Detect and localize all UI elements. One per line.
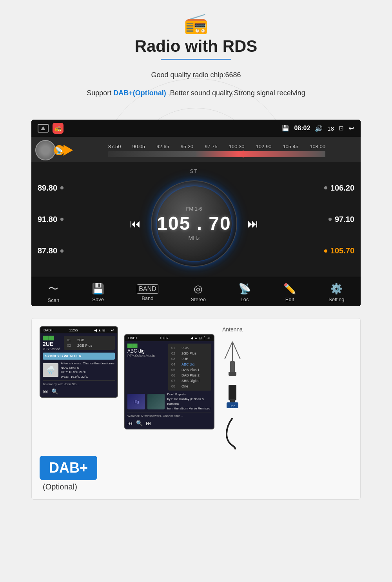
band-icon: BAND: [137, 284, 158, 294]
svg-line-0: [225, 342, 232, 359]
radio-arrow: [64, 145, 73, 156]
freq-dot-right-3: [324, 249, 327, 253]
phone1-channel-1: 01 2GB: [65, 337, 113, 343]
toolbar-edit[interactable]: ✏️ Edit: [283, 283, 296, 302]
phone2-next[interactable]: ⏭: [146, 420, 151, 426]
phone2-ch-4: 04ABC dig: [170, 362, 210, 367]
freq-dot-right-1: [324, 186, 327, 189]
phone2-weather: Weather: A few showers. Chance thun...: [127, 413, 211, 418]
save-label: Save: [92, 296, 104, 302]
antenna-label: Antenna: [222, 326, 243, 333]
phone2-search[interactable]: 🔍: [136, 420, 143, 426]
phone-screen-1: DAB+ 11:55 ◀ ▲ ⊟ ⋮ ↩ ████ 2UE PTY:Varied: [40, 326, 118, 398]
radio-icon: 📻: [184, 12, 208, 35]
loc-label: Loc: [240, 296, 249, 302]
prev-button[interactable]: ⏮: [130, 217, 141, 230]
toolbar-band[interactable]: BAND Band: [137, 284, 158, 301]
freq-val-right-3: 105.70: [330, 246, 354, 255]
svg-rect-5: [229, 385, 236, 400]
phone2-icons: ◀ ▲ ⊟ ⋮ ↩: [191, 336, 211, 340]
freq-dot-left-3: [60, 249, 64, 253]
home-icon: [41, 126, 45, 130]
album-thumb-1: dfg: [127, 394, 145, 409]
freq-label-8: 105.45: [283, 144, 298, 149]
radio-screen: 📻 💾 08:02 🔊 18 ⊡ ↩ 📡 87.50: [31, 120, 361, 306]
antenna-svg: [221, 340, 244, 379]
stereo-label: Stereo: [191, 296, 206, 302]
dab-badge: DAB+: [40, 456, 97, 480]
status-right: 💾 08:02 🔊 18 ⊡ ↩: [282, 124, 354, 133]
subtitle-highlight: DAB+(Optional): [113, 89, 166, 97]
phone1-header-label: DAB+: [44, 328, 53, 332]
toolbar-scan[interactable]: 〜 Scan: [48, 282, 60, 303]
freq-item-right-3[interactable]: 105.70: [300, 246, 354, 255]
freq-dot-left-1: [60, 186, 64, 189]
phone2-ch-7: 07SBS Digital: [170, 378, 210, 384]
scan-label: Scan: [48, 297, 60, 303]
phone1-search[interactable]: 🔍: [51, 388, 58, 395]
phone1-prev[interactable]: ⏮: [43, 388, 48, 395]
phone1-channel-2: 02 2GB Plus: [65, 343, 113, 348]
freq-label-5: 97.75: [205, 144, 218, 149]
freq-labels: 87.50 90.05 92.65 95.20 97.75 100.30 102…: [77, 144, 357, 149]
phone2-pty: PTY:OthersMusic: [127, 354, 155, 358]
freq-label-4: 95.20: [181, 144, 194, 149]
next-button[interactable]: ⏭: [247, 217, 258, 230]
svg-text:USB: USB: [230, 405, 236, 407]
freq-item-left-1[interactable]: 89.80: [38, 184, 88, 193]
volume-num: 18: [327, 125, 334, 132]
radio-app-icon[interactable]: 📻: [53, 123, 64, 134]
phone1-channel-list: 01 2GB 02 2GB Plus: [64, 336, 115, 350]
phone1-controls: ⏮ 🔍: [43, 388, 115, 395]
freq-item-right-2[interactable]: 97.10: [300, 215, 354, 224]
phone2-ch-5: 05DAB Plus 1: [170, 367, 210, 373]
toolbar-setting[interactable]: ⚙️ Setting: [328, 283, 344, 302]
signal-icon: 📡: [54, 145, 64, 155]
freq-item-left-2[interactable]: 91.80: [38, 215, 88, 224]
subtitle-chip: Good quality radio chip:6686: [151, 68, 241, 82]
svg-rect-3: [230, 361, 235, 373]
svg-line-1: [232, 342, 240, 359]
usb-dongle-svg: USB: [223, 383, 242, 414]
freq-list-left: 89.80 91.80 87.80: [31, 168, 94, 271]
loc-icon: 📡: [238, 283, 251, 295]
setting-icon: ⚙️: [330, 283, 343, 295]
phone2-status: DAB+ 10:07 ◀ ▲ ⊟ ⋮ ↩: [125, 335, 214, 341]
freq-item-right-1[interactable]: 106.20: [300, 184, 354, 193]
phone1-weather-box: SYDNEY'S WEATHER: [43, 353, 115, 360]
freq-item-left-3[interactable]: 87.80: [38, 246, 88, 255]
phone1-news: lks money with John Sta...: [43, 380, 115, 386]
freq-ruler-bar[interactable]: [108, 151, 325, 157]
freq-label-1: 87.50: [108, 144, 121, 149]
freq-val-left-1: 89.80: [38, 184, 57, 193]
toolbar-loc[interactable]: 📡 Loc: [238, 283, 251, 302]
dab-section: DAB+ 11:55 ◀ ▲ ⊟ ⋮ ↩ ████ 2UE PTY:Varied: [31, 318, 361, 500]
phone1-weather-content: 🌧️ A few showers. Chance thunderstorms N…: [43, 361, 115, 379]
freq-dot-left-2: [60, 218, 64, 221]
freq-label-7: 102.90: [256, 144, 272, 149]
svg-rect-4: [229, 372, 236, 376]
phone2-channel-list: 012GB 022GB Plus 032UE 04ABC dig 05DAB P…: [168, 344, 211, 391]
page-title: Radio with RDS: [135, 37, 258, 56]
freq-val-left-2: 91.80: [38, 215, 57, 224]
save-icon: 💾: [92, 283, 104, 295]
phone2-prev[interactable]: ⏮: [127, 420, 133, 426]
sd-icon: 💾: [282, 125, 289, 132]
freq-label-3: 92.65: [156, 144, 169, 149]
dab-optional: (Optional): [43, 482, 77, 491]
title-underline: [161, 59, 231, 60]
volume-icon: 🔊: [315, 125, 323, 132]
toolbar-stereo[interactable]: ◎ Stereo: [191, 283, 206, 302]
phone2-ch-3: 032UE: [170, 356, 210, 362]
toolbar: 〜 Scan 💾 Save BAND Band ◎ Stereo 📡 Loc ✏…: [31, 277, 361, 306]
phone1-icons: ◀ ▲ ⊟ ⋮ ↩: [94, 328, 114, 332]
toolbar-save[interactable]: 💾 Save: [92, 283, 104, 302]
radio-center: ST ⏮ FM 1-6 105 . 70 MHz ⏭: [94, 168, 294, 271]
phone1-station: 2UE: [43, 341, 60, 347]
scan-icon: 〜: [48, 282, 58, 296]
freq-label-2: 90.05: [132, 144, 145, 149]
dial-container[interactable]: FM 1-6 105 . 70 MHz: [147, 176, 241, 271]
home-button[interactable]: [38, 124, 49, 133]
phone2-ch-6: 06DAB Plus 2: [170, 373, 210, 378]
weather-text: A few showers. Chance thunderstorms NOW …: [61, 361, 114, 379]
